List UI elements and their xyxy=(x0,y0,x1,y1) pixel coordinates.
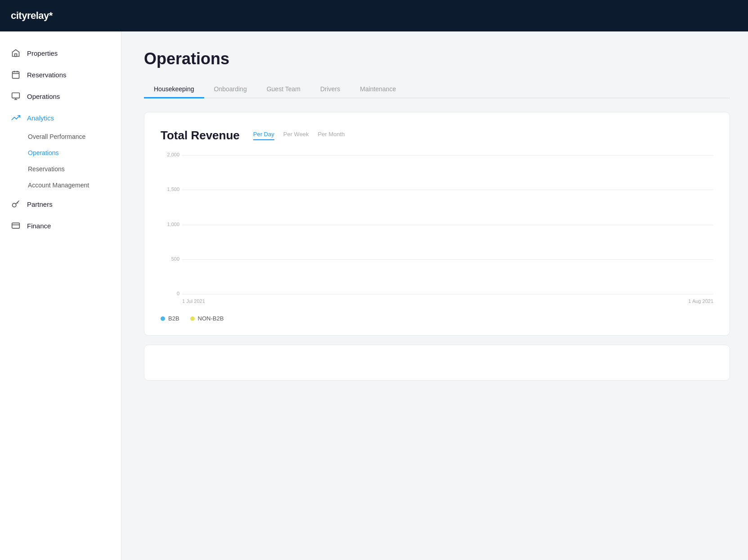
legend-dot-nonb2b xyxy=(190,316,195,321)
sidebar-label-properties: Properties xyxy=(27,49,58,57)
subitem-overall-performance[interactable]: Overall Performance xyxy=(0,129,121,145)
svg-rect-0 xyxy=(15,54,17,57)
sidebar-label-partners: Partners xyxy=(27,200,53,208)
tab-housekeeping[interactable]: Housekeeping xyxy=(144,81,204,98)
tab-onboarding[interactable]: Onboarding xyxy=(204,81,257,98)
sidebar-label-analytics: Analytics xyxy=(27,114,54,122)
subitem-reservations[interactable]: Reservations xyxy=(0,161,121,177)
sidebar-label-finance: Finance xyxy=(27,222,51,230)
chart-title: Total Revenue xyxy=(161,129,240,142)
chart-header: Total Revenue Per Day Per Week Per Month xyxy=(161,129,713,142)
home-icon xyxy=(11,48,21,58)
app-header: cityrelay* xyxy=(0,0,748,31)
chart-legend: B2B NON-B2B xyxy=(161,315,713,322)
sidebar-item-reservations[interactable]: Reservations xyxy=(0,64,121,85)
sidebar-item-operations[interactable]: Operations xyxy=(0,85,121,107)
legend-label-nonb2b: NON-B2B xyxy=(198,315,224,322)
total-revenue-card: Total Revenue Per Day Per Week Per Month… xyxy=(144,112,730,336)
tab-guest-team[interactable]: Guest Team xyxy=(257,81,310,98)
tab-drivers[interactable]: Drivers xyxy=(310,81,350,98)
main-content: Operations Housekeeping Onboarding Guest… xyxy=(121,31,748,560)
sidebar-item-finance[interactable]: Finance xyxy=(0,215,121,236)
key-icon xyxy=(11,199,21,209)
sidebar-item-properties[interactable]: Properties xyxy=(0,42,121,64)
subitem-operations[interactable]: Operations xyxy=(0,145,121,161)
calendar-icon xyxy=(11,70,21,80)
period-per-week[interactable]: Per Week xyxy=(283,131,309,140)
analytics-subitems: Overall Performance Operations Reservati… xyxy=(0,129,121,193)
sidebar: Properties Reservations Operations xyxy=(0,31,121,560)
period-per-month[interactable]: Per Month xyxy=(318,131,345,140)
sidebar-item-partners[interactable]: Partners xyxy=(0,193,121,215)
main-layout: Properties Reservations Operations xyxy=(0,31,748,560)
subitem-account-management[interactable]: Account Management xyxy=(0,177,121,193)
bars-area xyxy=(182,155,713,294)
x-label-end: 1 Aug 2021 xyxy=(688,298,713,304)
svg-rect-1 xyxy=(13,71,19,78)
tab-bar: Housekeeping Onboarding Guest Team Drive… xyxy=(144,81,730,98)
legend-label-b2b: B2B xyxy=(168,315,179,322)
legend-nonb2b: NON-B2B xyxy=(190,315,224,322)
legend-b2b: B2B xyxy=(161,315,179,322)
svg-rect-9 xyxy=(12,223,20,228)
period-per-day[interactable]: Per Day xyxy=(253,131,274,140)
x-axis: 1 Jul 2021 1 Aug 2021 xyxy=(182,294,713,308)
sidebar-item-analytics[interactable]: Analytics xyxy=(0,107,121,129)
x-label-start: 1 Jul 2021 xyxy=(182,298,205,304)
sidebar-label-operations: Operations xyxy=(27,93,60,100)
trending-up-icon xyxy=(11,113,21,123)
app-logo: cityrelay* xyxy=(11,10,53,22)
credit-card-icon xyxy=(11,221,21,231)
bar-chart: 2,000 1,500 1,000 500 0 1 Jul 2021 1 Aug… xyxy=(161,155,713,308)
chart-period-tabs: Per Day Per Week Per Month xyxy=(253,131,345,140)
tab-maintenance[interactable]: Maintenance xyxy=(350,81,406,98)
second-chart-card xyxy=(144,345,730,381)
legend-dot-b2b xyxy=(161,316,165,321)
monitor-icon xyxy=(11,91,21,101)
sidebar-label-reservations: Reservations xyxy=(27,71,67,79)
svg-rect-5 xyxy=(12,93,20,98)
page-title: Operations xyxy=(144,49,730,68)
